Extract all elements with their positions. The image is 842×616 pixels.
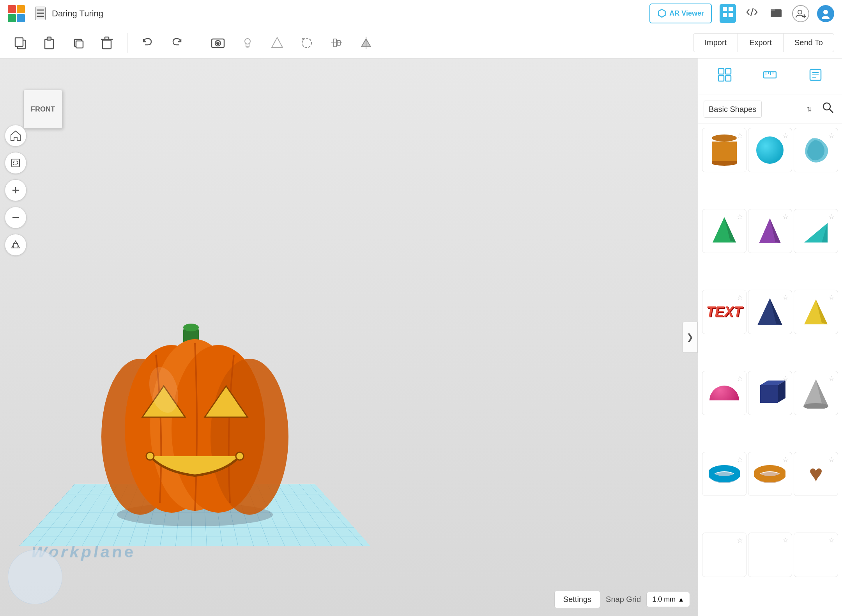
snap-arrow-icon: ▲ (678, 596, 684, 603)
favorite-star-icon[interactable]: ☆ (828, 374, 835, 383)
orbit-control[interactable] (8, 550, 62, 604)
shape-pyramid-purple[interactable]: ☆ (748, 209, 792, 253)
copy-button[interactable] (8, 32, 33, 54)
svg-rect-18 (103, 40, 111, 49)
grid-panel-button[interactable] (715, 65, 735, 88)
mirror-icon (359, 36, 373, 50)
code-editor-button[interactable] (744, 4, 760, 23)
shape-button[interactable] (264, 32, 290, 54)
ruler-panel-button[interactable] (760, 65, 780, 88)
user-avatar[interactable] (817, 5, 834, 22)
shape-halfsphere[interactable]: ☆ (702, 371, 746, 415)
shape-pyramid-green[interactable]: ☆ (702, 209, 746, 253)
shape-shape17[interactable]: ☆ (748, 533, 792, 577)
shape-torus-orange[interactable]: ☆ (748, 452, 792, 496)
action-buttons: Import Export Send To (693, 33, 834, 52)
favorite-star-icon[interactable]: ☆ (737, 293, 743, 302)
svg-point-27 (302, 38, 311, 48)
shape-visual (754, 458, 785, 489)
category-dropdown[interactable]: Basic Shapes (704, 101, 762, 118)
snap-grid-label: Snap Grid (606, 595, 641, 604)
shape-shape18[interactable]: ☆ (794, 533, 838, 577)
favorite-star-icon[interactable]: ☆ (737, 131, 743, 140)
svg-point-10 (823, 10, 828, 14)
favorite-star-icon[interactable]: ☆ (737, 212, 743, 221)
search-icon (822, 101, 834, 114)
favorite-star-icon[interactable]: ☆ (782, 131, 789, 140)
shape-blob[interactable]: ☆ (794, 128, 838, 172)
svg-point-49 (210, 359, 288, 515)
settings-button[interactable]: Settings (554, 591, 600, 608)
import-button[interactable]: Import (693, 33, 738, 52)
shape-text[interactable]: ☆TEXT (702, 290, 746, 334)
light-button[interactable] (235, 32, 260, 54)
favorite-star-icon[interactable]: ☆ (782, 293, 789, 302)
delete-button[interactable] (94, 32, 119, 54)
shape-visual (800, 215, 831, 246)
ar-viewer-button[interactable]: ⬡ AR Viewer (649, 4, 712, 23)
light-icon (241, 36, 255, 50)
shape-cylinder[interactable]: ☆ (702, 128, 746, 172)
shape-sphere[interactable]: ☆ (748, 128, 792, 172)
snap-grid-select[interactable]: 1.0 mm ▲ (646, 592, 690, 607)
text-shape: TEXT (706, 304, 742, 320)
shape-box-blue[interactable]: ☆ (748, 371, 792, 415)
notes-panel-button[interactable] (805, 65, 826, 88)
shape-pyramid-blue[interactable]: ☆ (748, 290, 792, 334)
projects-button[interactable] (768, 4, 784, 23)
svg-rect-59 (764, 72, 776, 78)
favorite-star-icon[interactable]: ☆ (737, 455, 743, 464)
zoom-out-button[interactable] (5, 207, 27, 228)
favorite-star-icon[interactable]: ☆ (782, 212, 789, 221)
search-button[interactable] (819, 99, 837, 119)
shape-wedge[interactable]: ☆ (794, 209, 838, 253)
favorite-star-icon[interactable]: ☆ (828, 536, 835, 545)
delete-icon (100, 36, 113, 50)
shape-heart[interactable]: ☆♥ (794, 452, 838, 496)
viewport-collapse-button[interactable]: ❯ (682, 322, 698, 353)
paste-button[interactable] (37, 32, 62, 54)
zoom-in-button[interactable] (5, 179, 27, 201)
grid-panel-icon (718, 68, 732, 82)
home-view-button[interactable] (5, 125, 27, 147)
panel-search-row: Basic Shapes ⇅ (698, 94, 842, 124)
favorite-star-icon[interactable]: ☆ (828, 212, 835, 221)
perspective-button[interactable] (5, 234, 27, 256)
duplicate-button[interactable] (65, 32, 90, 54)
svg-rect-58 (725, 76, 731, 81)
shape-cone[interactable]: ☆ (794, 371, 838, 415)
favorite-star-icon[interactable]: ☆ (782, 455, 789, 464)
undo-button[interactable] (135, 32, 160, 54)
redo-button[interactable] (164, 32, 189, 54)
folder-icon (770, 6, 782, 18)
camera-button[interactable] (205, 32, 231, 54)
ar-icon: ⬡ (657, 7, 666, 19)
heart-shape: ♥ (809, 462, 823, 485)
favorite-star-icon[interactable]: ☆ (737, 374, 743, 383)
favorite-star-icon[interactable]: ☆ (828, 131, 835, 140)
send-to-button[interactable]: Send To (783, 33, 834, 52)
hamburger-menu-button[interactable]: ☰ (35, 7, 46, 20)
shape-pyramid-yellow[interactable]: ☆ (794, 290, 838, 334)
favorite-star-icon[interactable]: ☆ (782, 536, 789, 545)
rotate-button[interactable] (294, 32, 320, 54)
shape-shape16[interactable]: ☆ (702, 533, 746, 577)
toolbar-separator-2 (197, 33, 197, 53)
home-icon (10, 130, 21, 141)
svg-rect-13 (15, 38, 23, 46)
dropdown-container: Basic Shapes ⇅ (704, 101, 815, 118)
viewport[interactable]: FRONT (0, 58, 698, 616)
favorite-star-icon[interactable]: ☆ (828, 293, 835, 302)
favorite-star-icon[interactable]: ☆ (782, 374, 789, 383)
mirror-button[interactable] (353, 32, 379, 54)
export-button[interactable]: Export (738, 33, 783, 52)
torus-orange-shape (754, 458, 785, 489)
add-user-button[interactable] (792, 5, 809, 22)
grid-view-button[interactable] (720, 4, 736, 23)
align-button[interactable] (324, 32, 349, 54)
fit-view-button[interactable] (5, 152, 27, 174)
favorite-star-icon[interactable]: ☆ (828, 455, 835, 464)
svg-rect-57 (718, 76, 724, 81)
favorite-star-icon[interactable]: ☆ (737, 536, 743, 545)
shape-torus[interactable]: ☆ (702, 452, 746, 496)
